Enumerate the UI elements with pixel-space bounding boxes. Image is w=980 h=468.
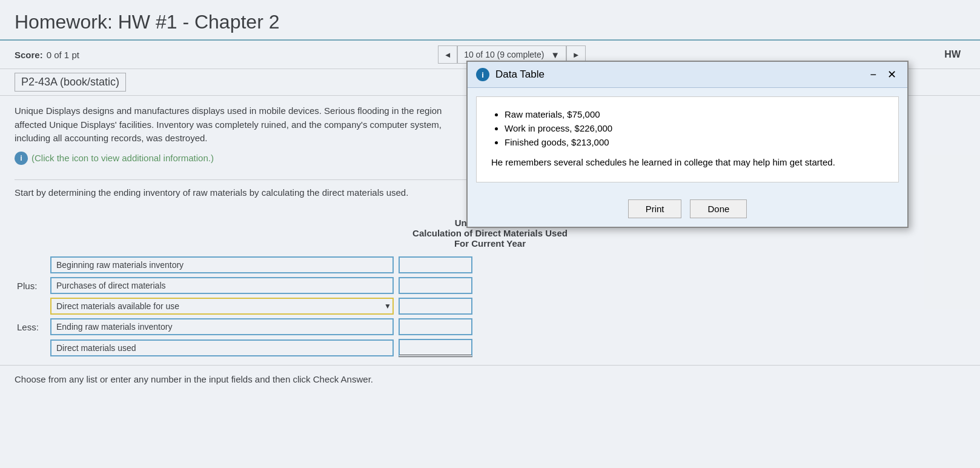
modal-title: Data Table xyxy=(495,69,861,81)
modal-footer: Print Done xyxy=(468,191,907,227)
list-item: Finished goods, $213,000 xyxy=(505,137,884,147)
modal-header: i Data Table − ✕ xyxy=(468,62,907,88)
list-item: Work in process, $226,000 xyxy=(505,123,884,133)
modal-minimize-button[interactable]: − xyxy=(867,69,879,81)
modal-remember-text: He remembers several schedules he learne… xyxy=(491,156,884,170)
modal-close-button[interactable]: ✕ xyxy=(885,68,899,81)
done-button[interactable]: Done xyxy=(690,199,747,218)
page-wrapper: Homework: HW #1 - Chapter 2 Score: 0 of … xyxy=(0,0,980,468)
modal-list: Raw materials, $75,000 Work in process, … xyxy=(491,109,884,147)
modal-info-icon: i xyxy=(476,68,489,81)
data-table-modal: i Data Table − ✕ Raw materials, $75,000 … xyxy=(466,61,909,228)
modal-body: Raw materials, $75,000 Work in process, … xyxy=(476,96,899,182)
print-button[interactable]: Print xyxy=(628,199,682,218)
list-item: Raw materials, $75,000 xyxy=(505,109,884,119)
